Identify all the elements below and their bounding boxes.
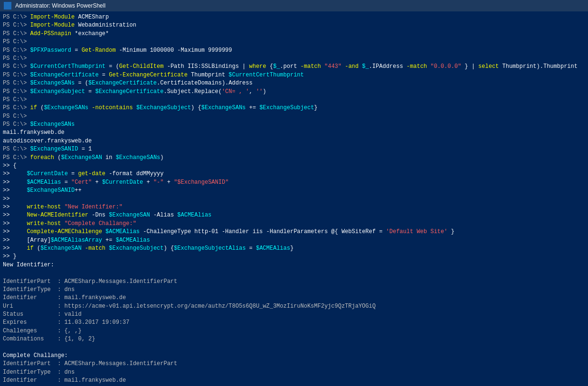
window-title: Administrator: Windows PowerShell bbox=[15, 2, 105, 9]
terminal-output[interactable]: PS C:\> Import-Module ACMESharp PS C:\> … bbox=[0, 11, 588, 386]
window-icon bbox=[4, 2, 11, 9]
title-bar: Administrator: Windows PowerShell bbox=[0, 0, 588, 11]
